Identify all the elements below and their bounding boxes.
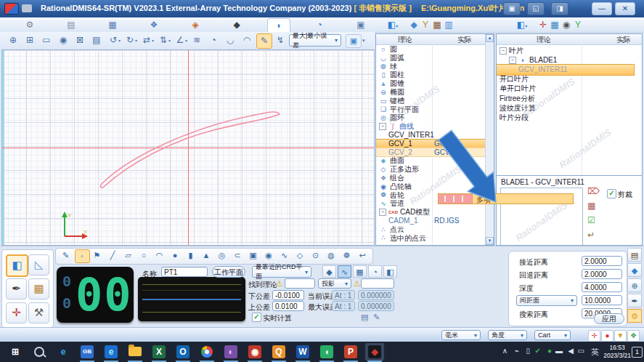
paint-app-icon[interactable]: ◐ <box>221 343 240 361</box>
pipe2-icon[interactable]: ↩ <box>356 249 370 262</box>
scroll-down-icon[interactable]: ▼ <box>486 237 494 245</box>
tree-item[interactable]: 开口叶片 <box>497 75 634 84</box>
shade-icon[interactable]: ◔ <box>206 33 221 47</box>
display-icon[interactable]: ▭ <box>578 347 584 355</box>
column-actual[interactable]: 实际 <box>616 35 631 45</box>
probe-button[interactable]: ✒ <box>6 278 27 299</box>
confirm-icon[interactable]: ☑ <box>587 215 595 225</box>
path-param-input[interactable] <box>582 269 622 279</box>
feature-strip-icon[interactable]: ◆ <box>627 263 642 277</box>
feature-solid-icon[interactable]: ◆ <box>408 18 420 31</box>
gear2-icon[interactable]: ☸ <box>340 249 354 262</box>
ring2-icon[interactable]: ◉ <box>262 249 276 262</box>
flip-v-icon-chevron[interactable]: ▾ <box>168 38 171 43</box>
coord-system-dropdown[interactable]: Cart▾ <box>534 330 571 340</box>
settings-strip-icon[interactable]: ⚙ <box>627 309 642 323</box>
probe-setup-button[interactable]: ◧ <box>6 254 28 277</box>
theory-input[interactable] <box>285 278 315 289</box>
tab-colors[interactable]: ◈ <box>184 18 206 31</box>
tree-expander-icon[interactable]: − <box>379 209 386 216</box>
tab-ink[interactable]: ◆ <box>226 18 248 31</box>
erase-note-icon[interactable]: ✎ <box>373 313 380 322</box>
tab-window[interactable]: ▦ <box>102 18 123 31</box>
arc-up-icon[interactable]: ◠ <box>240 33 254 47</box>
projection-dropdown[interactable]: 投影▾ <box>318 278 351 289</box>
gb-app-icon[interactable]: GB <box>78 343 97 361</box>
antivirus-ok-icon[interactable]: ✔ <box>535 347 541 355</box>
card-icon[interactable]: ▬ <box>555 347 563 355</box>
mode-graph-icon[interactable]: ∿ <box>338 265 351 278</box>
blade-table-icon[interactable]: ▦ <box>549 18 561 31</box>
eye-view-icon[interactable]: ◉ <box>56 33 70 47</box>
cylinder2-icon[interactable]: ▮ <box>184 249 197 262</box>
fixture-button[interactable]: ▦ <box>28 278 49 299</box>
line-icon[interactable]: ╱ <box>106 249 120 262</box>
fit-view-icon[interactable]: ⊕ <box>6 33 20 47</box>
estop-icon[interactable]: ● <box>601 330 614 342</box>
tree-item[interactable]: ∴选中的点云 <box>376 234 486 243</box>
powerpoint-icon[interactable]: P <box>341 343 360 361</box>
workplane-button[interactable]: 工作平面 <box>212 266 245 278</box>
flip-h-icon-chevron[interactable]: ▾ <box>152 38 154 43</box>
name-input[interactable] <box>161 267 208 277</box>
tree-item[interactable]: −◗BLADE1 <box>497 55 634 65</box>
probe-strip-icon[interactable]: ✒ <box>627 294 642 307</box>
slot2-icon[interactable]: ⊂ <box>231 249 245 262</box>
cam2-icon[interactable]: ◍ <box>325 249 338 262</box>
blade-camera-icon[interactable]: ◉ <box>561 18 572 31</box>
joystick-icon[interactable]: ▣ <box>503 2 521 15</box>
ime-indicator[interactable]: 英 <box>591 347 599 358</box>
layout-icon[interactable]: ▤ <box>89 33 104 47</box>
feature-basket-icon[interactable]: ▦ <box>431 18 443 31</box>
chrome-icon[interactable] <box>197 343 216 361</box>
minimize-button[interactable]: — <box>592 2 612 15</box>
upper-tol-input[interactable] <box>272 301 304 311</box>
sphere2-icon[interactable]: ● <box>168 249 182 262</box>
feature-y-icon[interactable]: Y <box>420 18 431 31</box>
angle-view-icon-chevron[interactable]: ▾ <box>185 38 187 43</box>
path-param-input[interactable] <box>582 295 622 305</box>
phone-link-icon[interactable]: ▯ <box>526 347 530 355</box>
path-param-input[interactable] <box>582 256 622 266</box>
explorer-icon[interactable] <box>126 343 144 361</box>
tab-measure[interactable]: ◗ <box>267 18 290 32</box>
zoom-region-icon[interactable]: ⊞ <box>23 33 37 47</box>
torus2-icon[interactable]: ◎ <box>215 249 229 262</box>
polygon2-icon[interactable]: ⊙ <box>309 249 322 262</box>
machine-status-icon[interactable]: ❖ <box>627 330 640 342</box>
machine-button[interactable]: ⚒ <box>28 302 49 323</box>
vector-point-icon[interactable]: ⚑ <box>90 249 104 262</box>
projection-input[interactable] <box>361 278 394 289</box>
lower-tol-input[interactable] <box>272 290 304 300</box>
edit-note-icon[interactable]: ▤ <box>361 313 368 322</box>
column-theory[interactable]: 理论 <box>398 35 412 45</box>
dmis-app-icon[interactable]: ◆ <box>365 343 384 361</box>
apply-button[interactable]: 应用 <box>594 313 624 324</box>
circle2-icon[interactable]: ○ <box>137 249 151 262</box>
crd-plane-dropdown[interactable]: 最靠近的CRD平面▾ <box>252 266 311 278</box>
coordinate-button[interactable]: ✛ <box>6 302 27 323</box>
tree-item[interactable]: 波纹度计算 <box>497 103 634 113</box>
error-mode-dropdown[interactable]: 最大|最小误差▾ <box>289 34 341 47</box>
exit-icon[interactable]: ↵ <box>587 230 595 240</box>
auto-feature-icon[interactable]: ✎ <box>59 249 73 262</box>
network-signal-icon[interactable]: ⌁ <box>515 347 519 355</box>
blade-cube-icon[interactable]: ◧▾ <box>513 18 531 31</box>
mode-table-icon[interactable]: ▦ <box>353 265 367 278</box>
shield-app-icon[interactable]: ◉ <box>245 343 264 361</box>
select-box-icon[interactable]: ⊠ <box>73 33 87 47</box>
edge-icon[interactable]: e <box>102 343 121 361</box>
scroll-up-icon[interactable]: ▲ <box>486 34 494 42</box>
axes-status-icon[interactable]: ✛ <box>588 330 600 342</box>
ie-icon[interactable]: e <box>54 343 73 361</box>
tab-machine[interactable]: ⚙ <box>19 18 41 31</box>
search-button[interactable] <box>30 343 49 361</box>
tree-item[interactable]: −CADCAD模型 <box>376 208 486 217</box>
outlook-icon[interactable]: O <box>174 343 192 361</box>
blade-y-icon[interactable]: Y <box>572 18 584 31</box>
doc-search-icon[interactable]: Q <box>269 343 288 361</box>
surface2-icon[interactable]: ◇ <box>293 249 307 262</box>
excel-icon[interactable]: X <box>150 343 168 361</box>
tree-item[interactable]: Firtree分析 <box>497 94 634 103</box>
rotate-left-icon-chevron[interactable]: ▾ <box>118 38 121 43</box>
